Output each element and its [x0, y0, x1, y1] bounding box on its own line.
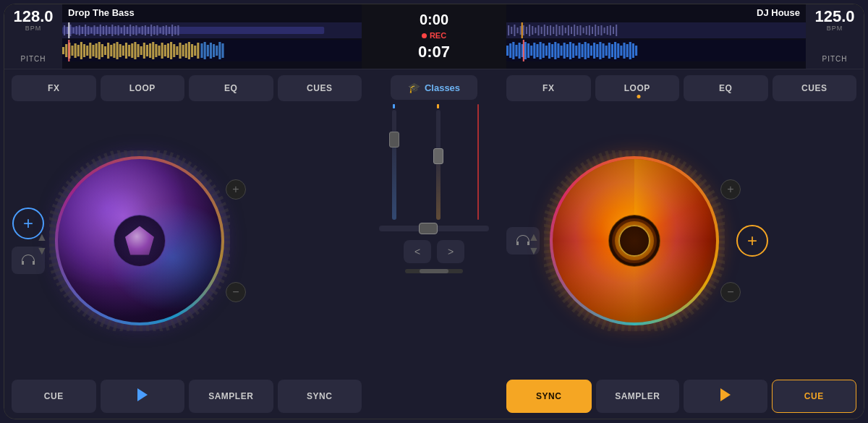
svg-rect-60	[113, 43, 115, 58]
svg-rect-88	[197, 43, 199, 59]
svg-rect-109	[537, 25, 539, 35]
left-turntable[interactable]	[49, 150, 230, 331]
right-play-button[interactable]	[684, 380, 767, 413]
left-pitch-plus[interactable]: +	[226, 179, 246, 200]
svg-rect-129	[597, 26, 599, 35]
svg-rect-101	[514, 25, 515, 36]
left-pitch-down-arrow[interactable]: ▼	[36, 244, 48, 257]
left-time: 0:00	[420, 12, 448, 28]
svg-rect-54	[95, 43, 98, 58]
right-waveform-overview	[506, 22, 806, 38]
left-pitch-up-arrow[interactable]: ▲	[36, 230, 48, 243]
svg-rect-74	[155, 44, 157, 57]
svg-rect-183	[22, 261, 24, 265]
left-track-title: Drop The Bass	[62, 4, 140, 21]
left-deck: FX LOOP EQ CUES +	[4, 69, 369, 419]
svg-rect-12	[93, 25, 95, 35]
scrollbar-track	[405, 269, 463, 273]
svg-rect-125	[586, 26, 587, 35]
nav-arrows: < >	[404, 240, 464, 263]
svg-rect-103	[520, 26, 522, 35]
svg-rect-81	[176, 46, 178, 55]
right-pitch-down-arrow[interactable]: ▼	[528, 244, 540, 257]
svg-rect-137	[506, 40, 806, 61]
svg-rect-174	[614, 42, 616, 59]
right-tab-fx[interactable]: FX	[506, 75, 591, 101]
left-sync-button[interactable]: SYNC	[278, 380, 362, 413]
svg-rect-23	[127, 27, 128, 34]
left-tab-fx[interactable]: FX	[12, 75, 96, 101]
left-tab-loop[interactable]: LOOP	[101, 75, 185, 101]
left-cue-button[interactable]: CUE	[12, 380, 96, 413]
svg-rect-59	[110, 45, 112, 56]
right-bpm-value: 125.0	[814, 9, 854, 25]
loop-dot	[637, 95, 640, 98]
svg-rect-32	[153, 26, 155, 35]
scrollbar-thumb[interactable]	[420, 269, 448, 273]
svg-rect-117	[562, 25, 563, 35]
right-waveform: DJ House	[506, 4, 806, 69]
right-tab-cues[interactable]: CUES	[773, 75, 857, 101]
svg-rect-55	[98, 42, 101, 59]
svg-rect-56	[101, 44, 103, 57]
left-vol-track[interactable]	[392, 110, 396, 220]
svg-rect-148	[536, 44, 538, 57]
svg-rect-50	[83, 44, 85, 57]
crossfader-knob[interactable]	[419, 223, 438, 234]
classes-icon: 🎓	[408, 82, 420, 93]
left-waveform-detail	[62, 40, 362, 61]
svg-rect-136	[522, 22, 523, 38]
svg-rect-27	[139, 27, 140, 33]
right-tab-eq[interactable]: EQ	[684, 75, 768, 101]
svg-rect-78	[167, 43, 169, 58]
svg-rect-159	[569, 42, 571, 59]
svg-rect-169	[599, 42, 601, 59]
svg-rect-173	[611, 44, 613, 57]
svg-rect-157	[563, 43, 566, 59]
svg-rect-94	[216, 46, 218, 56]
channel-faders-area	[373, 104, 495, 220]
center-vol-track[interactable]	[436, 110, 441, 220]
right-tab-loop[interactable]: LOOP	[595, 75, 680, 101]
svg-rect-89	[200, 43, 203, 58]
left-tab-eq[interactable]: EQ	[189, 75, 273, 101]
left-sampler-button[interactable]: SAMPLER	[189, 380, 273, 413]
nav-right-button[interactable]: >	[437, 240, 464, 263]
left-deck-main-row: + ▲	[12, 106, 362, 375]
right-pitch-plus[interactable]: +	[720, 179, 741, 200]
svg-rect-105	[526, 27, 527, 34]
svg-rect-150	[542, 43, 545, 58]
center-pitch-fader	[433, 104, 443, 220]
left-play-button[interactable]	[101, 380, 185, 413]
right-deck-main-row: ▲	[506, 106, 856, 375]
right-pitch-up-arrow[interactable]: ▲	[528, 230, 540, 243]
svg-rect-22	[124, 25, 125, 35]
nav-left-button[interactable]: <	[404, 240, 431, 263]
right-sync-button[interactable]: SYNC	[506, 380, 592, 413]
svg-rect-82	[179, 43, 181, 59]
right-pitch-minus[interactable]: −	[720, 282, 741, 302]
svg-rect-86	[191, 44, 193, 57]
svg-rect-119	[568, 25, 569, 35]
center-vol-knob[interactable]	[433, 148, 443, 164]
svg-rect-1	[62, 27, 324, 34]
right-cue-button[interactable]: CUE	[772, 380, 857, 413]
left-vol-knob[interactable]	[389, 132, 399, 148]
svg-rect-147	[533, 43, 535, 59]
svg-rect-31	[150, 25, 152, 36]
svg-rect-131	[604, 27, 605, 33]
right-add-button[interactable]: +	[736, 225, 768, 257]
crossfader-track[interactable]	[379, 226, 488, 231]
right-turntable[interactable]	[544, 150, 725, 331]
right-sampler-button[interactable]: SAMPLER	[596, 380, 680, 413]
svg-rect-178	[626, 44, 629, 57]
left-pitch-minus[interactable]: −	[226, 282, 246, 302]
svg-rect-116	[558, 26, 560, 35]
svg-rect-92	[210, 43, 212, 59]
left-tab-cues[interactable]: CUES	[278, 75, 362, 101]
svg-rect-112	[547, 26, 548, 35]
svg-rect-33	[156, 25, 158, 35]
svg-rect-84	[185, 43, 187, 58]
classes-button[interactable]: 🎓 Classes	[391, 75, 477, 100]
svg-rect-80	[173, 44, 175, 57]
